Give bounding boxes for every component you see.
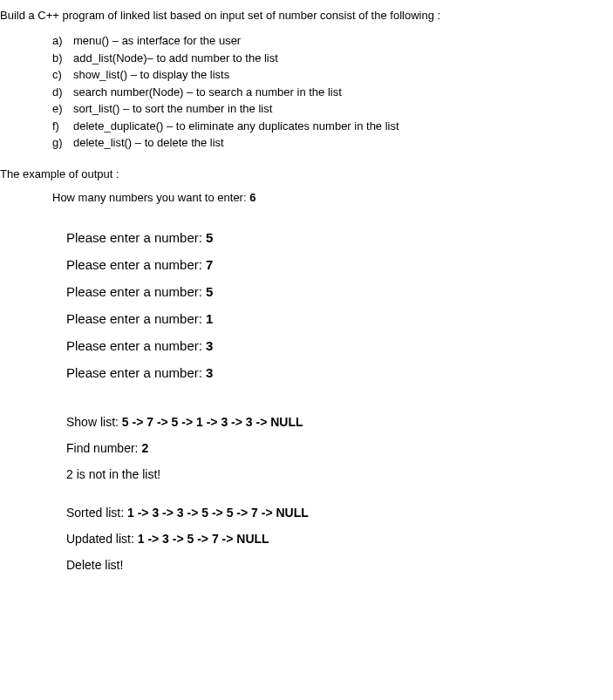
list-item: b) add_list(Node)– to add number to the …	[52, 50, 613, 67]
prompt-value: 1	[206, 311, 213, 326]
show-list-value: 5 -> 7 -> 5 -> 1 -> 3 -> 3 -> NULL	[122, 415, 303, 429]
sorted-label: Sorted list:	[66, 506, 127, 520]
updated-value: 1 -> 3 -> 5 -> 7 -> NULL	[138, 532, 269, 546]
list-item: e) sort_list() – to sort the number in t…	[52, 100, 613, 118]
list-item: c) show_list() – to display the lists	[52, 66, 613, 84]
list-text: delete_duplicate() – to eliminate any du…	[73, 118, 399, 135]
list-item: f) delete_duplicate() – to eliminate any…	[52, 118, 613, 135]
list-letter: f)	[52, 118, 73, 135]
prompt-label: Please enter a number:	[66, 311, 206, 326]
list-item: d) search number(Node) – to search a num…	[52, 84, 613, 101]
enter-prompt: Please enter a number: 1	[66, 311, 613, 326]
list-letter: d)	[52, 84, 73, 101]
sorted-value: 1 -> 3 -> 3 -> 5 -> 5 -> 7 -> NULL	[127, 506, 309, 520]
enter-prompts: Please enter a number: 5 Please enter a …	[66, 230, 613, 380]
prompt-value: 5	[206, 230, 213, 245]
how-many-line: How many numbers you want to enter: 6	[52, 191, 613, 204]
enter-prompt: Please enter a number: 3	[66, 365, 613, 380]
list-text: show_list() – to display the lists	[73, 66, 229, 84]
requirements-list: a) menu() – as interface for the user b)…	[52, 32, 613, 152]
enter-prompt: Please enter a number: 5	[66, 230, 613, 245]
show-list-section: Show list: 5 -> 7 -> 5 -> 1 -> 3 -> 3 ->…	[66, 415, 613, 481]
example-header: The example of output :	[0, 167, 613, 180]
find-result: 2 is not in the list!	[66, 467, 613, 481]
prompt-label: Please enter a number:	[66, 257, 206, 272]
list-text: add_list(Node)– to add number to the lis…	[73, 50, 278, 67]
prompt-label: Please enter a number:	[66, 365, 206, 380]
sorted-line: Sorted list: 1 -> 3 -> 3 -> 5 -> 5 -> 7 …	[66, 506, 613, 520]
find-line: Find number: 2	[66, 441, 613, 455]
list-letter: e)	[52, 100, 73, 118]
find-value: 2	[141, 441, 148, 455]
list-letter: c)	[52, 66, 73, 84]
list-item: g) delete_list() – to delete the list	[52, 134, 613, 152]
list-text: sort_list() – to sort the number in the …	[73, 100, 272, 118]
list-letter: a)	[52, 32, 73, 50]
list-text: search number(Node) – to search a number…	[73, 84, 342, 101]
how-many-label: How many numbers you want to enter:	[52, 191, 249, 204]
sorted-section: Sorted list: 1 -> 3 -> 3 -> 5 -> 5 -> 7 …	[66, 506, 613, 572]
show-list-label: Show list:	[66, 415, 122, 429]
list-letter: g)	[52, 134, 73, 152]
show-list-line: Show list: 5 -> 7 -> 5 -> 1 -> 3 -> 3 ->…	[66, 415, 613, 429]
list-item: a) menu() – as interface for the user	[52, 32, 613, 50]
delete-list-line: Delete list!	[66, 558, 613, 572]
updated-line: Updated list: 1 -> 3 -> 5 -> 7 -> NULL	[66, 532, 613, 546]
prompt-label: Please enter a number:	[66, 230, 206, 245]
prompt-value: 3	[206, 338, 213, 353]
list-text: delete_list() – to delete the list	[73, 134, 224, 152]
prompt-label: Please enter a number:	[66, 284, 206, 299]
prompt-label: Please enter a number:	[66, 338, 206, 353]
find-label: Find number:	[66, 441, 141, 455]
intro-text: Build a C++ program of linked list based…	[0, 9, 613, 22]
how-many-value: 6	[249, 191, 255, 204]
enter-prompt: Please enter a number: 7	[66, 257, 613, 272]
list-letter: b)	[52, 50, 73, 67]
prompt-value: 7	[206, 257, 213, 272]
enter-prompt: Please enter a number: 3	[66, 338, 613, 353]
list-text: menu() – as interface for the user	[73, 32, 241, 50]
enter-prompt: Please enter a number: 5	[66, 284, 613, 299]
updated-label: Updated list:	[66, 532, 138, 546]
prompt-value: 5	[206, 284, 213, 299]
prompt-value: 3	[206, 365, 213, 380]
